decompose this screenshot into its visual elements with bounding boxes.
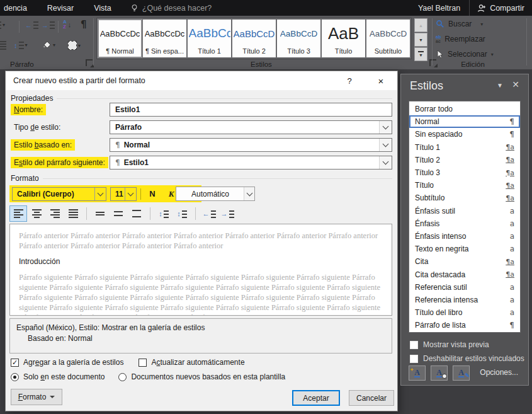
- gallery-item-sin-espaciado[interactable]: AaBbCcDc ¶ Sin espa...: [143, 20, 186, 57]
- ribbon-tab-correspondencia[interactable]: dencia: [0, 4, 37, 13]
- ribbon-tab-revisar[interactable]: Revisar: [37, 4, 84, 13]
- gallery-item-titulo[interactable]: AaB Título: [322, 20, 365, 57]
- sort-button[interactable]: A Z ↓: [63, 20, 71, 30]
- style-item-titulo-3[interactable]: Título 3¶a: [409, 166, 520, 179]
- align-right-button[interactable]: [46, 205, 64, 222]
- manage-styles-icon: A✎: [458, 369, 464, 377]
- cancel-button[interactable]: Cancelar: [349, 390, 394, 406]
- pane-close-icon[interactable]: ✕: [512, 79, 519, 89]
- select-button[interactable]: Seleccionar▾: [436, 50, 494, 59]
- search-icon: [436, 20, 444, 28]
- ribbon-tab-vista[interactable]: Vista: [84, 4, 122, 13]
- style-item-enfasis-intenso[interactable]: Énfasis intensoa: [409, 230, 520, 243]
- gallery-item-titulo2[interactable]: AaBbCcD Título 2: [232, 20, 276, 57]
- paragraph-dialog-launcher[interactable]: [86, 59, 93, 66]
- style-item-titulo[interactable]: Título¶a: [409, 179, 520, 192]
- replace-icon: ab ac: [436, 35, 441, 43]
- manage-styles-button[interactable]: A✎: [453, 365, 470, 381]
- style-item-cita[interactable]: Cita¶a: [409, 255, 520, 268]
- help-button[interactable]: ?: [338, 71, 361, 90]
- share-label: Compartir: [490, 4, 524, 13]
- disable-linked-styles-checkbox[interactable]: Deshabilitar estilos vinculados: [410, 354, 524, 363]
- bold-button[interactable]: N: [145, 187, 160, 201]
- borders-button[interactable]: ▾: [68, 41, 81, 50]
- gallery-item-normal[interactable]: AaBbCcDc ¶ Normal: [98, 20, 142, 57]
- style-item-titulo-1[interactable]: Título 1¶a: [409, 141, 520, 154]
- increase-indent-button[interactable]: →: [218, 205, 236, 222]
- style-item-parrafo-de-lista[interactable]: Párrafo de lista¶: [409, 319, 520, 331]
- format-menu-button[interactable]: Formato: [11, 389, 62, 405]
- auto-update-checkbox[interactable]: Actualizar automáticamente: [139, 358, 244, 367]
- align-left-button[interactable]: [9, 205, 27, 222]
- style-item-titulo-2[interactable]: Título 2¶a: [409, 154, 520, 166]
- align-left-icon: [14, 209, 23, 218]
- pilcrow-icon: ¶: [81, 19, 87, 30]
- add-to-gallery-checkbox[interactable]: ✓ Agregar a la galería de estilos: [11, 358, 123, 367]
- align-center-button[interactable]: [28, 205, 45, 222]
- style-item-sin-espaciado[interactable]: Sin espaciado¶: [409, 128, 520, 141]
- increase-indent-button[interactable]: →: [42, 21, 55, 29]
- numbered-list-button[interactable]: ▾: [0, 21, 5, 29]
- justify-button[interactable]: [0, 41, 6, 50]
- left-arrow-icon: ←: [203, 210, 210, 217]
- close-icon[interactable]: ×: [368, 71, 393, 90]
- show-preview-checkbox[interactable]: Mostrar vista previa: [410, 340, 489, 349]
- find-button[interactable]: Buscar▾: [436, 20, 483, 28]
- one-half-spacing-button[interactable]: [110, 205, 127, 222]
- double-spacing-icon: [132, 209, 141, 218]
- font-name-select[interactable]: Calibri (Cuerpo): [12, 187, 106, 201]
- show-marks-button[interactable]: ¶: [81, 19, 87, 30]
- single-spacing-button[interactable]: [91, 205, 109, 222]
- font-color-select[interactable]: Automático: [176, 187, 255, 201]
- justify-button[interactable]: [64, 205, 82, 222]
- new-documents-radio[interactable]: Documentos nuevos basados en esta planti…: [118, 372, 285, 381]
- chevron-down-icon: [94, 188, 106, 200]
- options-link[interactable]: Opciones...: [480, 368, 518, 377]
- style-type-select[interactable]: Párrafo: [110, 120, 392, 134]
- account-name[interactable]: Yael Beltran: [409, 4, 469, 13]
- gallery-expand-button[interactable]: ▼: [414, 47, 427, 61]
- tell-me-search[interactable]: ¿Qué desea hacer?: [130, 4, 212, 13]
- style-item-texto-en-negrita[interactable]: Texto en negritaa: [409, 243, 520, 255]
- only-this-document-radio[interactable]: Solo en este documento: [11, 372, 105, 381]
- style-item-enfasis-sutil[interactable]: Énfasis sutila: [409, 205, 520, 217]
- tell-me-label: ¿Qué desea hacer?: [142, 4, 212, 13]
- gallery-item-titulo1[interactable]: AaBbCc Título 1: [188, 20, 231, 57]
- line-spacing-button[interactable]: ↕▾: [14, 41, 28, 49]
- name-input[interactable]: Estilo1: [110, 103, 392, 117]
- divider: [19, 21, 20, 33]
- style-item-subtitulo[interactable]: Subtítulo¶a: [409, 192, 520, 204]
- style-item-enfasis[interactable]: Énfasisa: [409, 217, 520, 230]
- borders-icon: [68, 41, 77, 50]
- style-item-normal[interactable]: Normal¶: [409, 115, 520, 128]
- gallery-scroll-down[interactable]: ▼: [414, 33, 427, 47]
- divider: [195, 207, 196, 220]
- increase-paragraph-spacing-button[interactable]: ↕: [155, 205, 173, 222]
- decrease-indent-button[interactable]: ←: [200, 205, 218, 222]
- next-paragraph-select[interactable]: ¶Estilo1: [110, 156, 392, 170]
- style-item-referencia-sutil[interactable]: Referencia sutila: [409, 281, 520, 294]
- pane-dropdown-icon[interactable]: ▼: [497, 82, 503, 89]
- style-item-titulo-del-libro[interactable]: Título del libroa: [409, 306, 520, 319]
- style-item-referencia-intensa[interactable]: Referencia intensaa: [409, 294, 520, 306]
- replace-button[interactable]: ab ac Reemplazar: [436, 35, 485, 43]
- gallery-item-subtitulo[interactable]: AaBbCcD Subtítulo: [366, 20, 410, 57]
- group-divider: [93, 18, 94, 66]
- style-item-cita-destacada[interactable]: Cita destacada¶a: [409, 268, 520, 280]
- based-on-select[interactable]: ¶Normal: [110, 138, 392, 152]
- share-button[interactable]: Compartir: [470, 4, 532, 13]
- style-inspector-button[interactable]: A: [431, 365, 448, 381]
- next-paragraph-label: Estilo del párrafo siguiente:: [11, 157, 108, 168]
- gallery-scroll-up[interactable]: ▲: [414, 18, 427, 32]
- font-size-select[interactable]: 11: [110, 187, 137, 201]
- accept-button[interactable]: Aceptar: [292, 390, 340, 406]
- double-spacing-button[interactable]: [128, 205, 145, 222]
- up-down-arrow-icon: ↕: [177, 210, 181, 217]
- decrease-indent-button[interactable]: ←: [25, 21, 38, 29]
- right-arrow-icon: →: [42, 22, 48, 28]
- style-item-borrar-todo[interactable]: Borrar todo: [409, 103, 520, 115]
- new-style-button[interactable]: A✦: [409, 365, 426, 381]
- gallery-item-titulo3[interactable]: AaBbCcD Título 3: [277, 20, 320, 57]
- shading-button[interactable]: ▾: [42, 40, 55, 50]
- decrease-paragraph-spacing-button[interactable]: ↕: [173, 205, 191, 222]
